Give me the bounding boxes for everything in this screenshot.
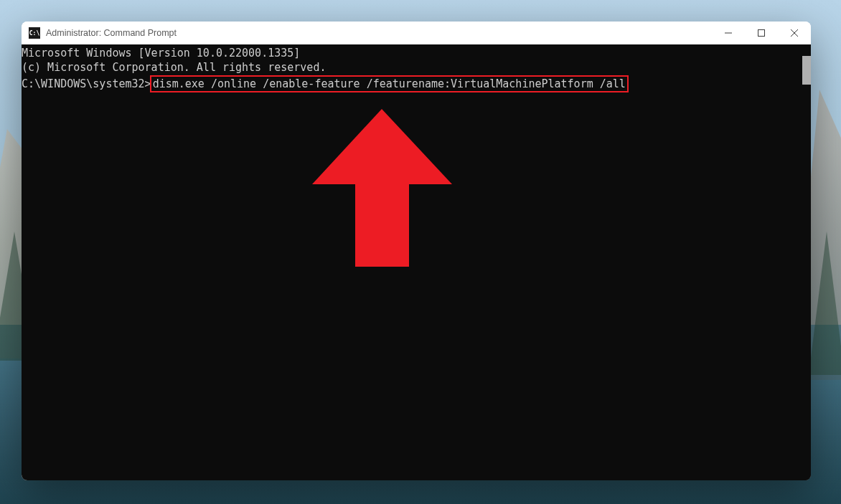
maximize-button[interactable]: [745, 22, 778, 44]
cmd-window: C:\ Administrator: Command Prompt Micros…: [22, 22, 811, 480]
terminal-line-version: Microsoft Windows [Version 10.0.22000.13…: [22, 46, 802, 60]
terminal-content: Microsoft Windows [Version 10.0.22000.13…: [22, 44, 802, 480]
close-icon: [791, 29, 798, 37]
terminal-prompt: C:\WINDOWS\system32>: [22, 77, 151, 90]
maximize-icon: [758, 29, 765, 37]
terminal-area[interactable]: Microsoft Windows [Version 10.0.22000.13…: [22, 44, 811, 480]
minimize-button[interactable]: [712, 22, 745, 44]
close-button[interactable]: [778, 22, 811, 44]
scrollbar-track[interactable]: [802, 44, 811, 480]
scrollbar-thumb[interactable]: [802, 56, 811, 85]
terminal-line-copyright: (c) Microsoft Corporation. All rights re…: [22, 60, 802, 75]
svg-marker-4: [312, 109, 452, 267]
minimize-icon: [725, 29, 732, 37]
cmd-icon: C:\: [29, 27, 40, 39]
cmd-icon-label: C:\: [29, 30, 39, 37]
highlighted-command: dism.exe /online /enable-feature /featur…: [150, 75, 629, 92]
titlebar[interactable]: C:\ Administrator: Command Prompt: [22, 22, 811, 44]
window-controls: [712, 22, 811, 44]
terminal-line-command: C:\WINDOWS\system32>dism.exe /online /en…: [22, 75, 802, 92]
window-title: Administrator: Command Prompt: [46, 28, 712, 38]
arrow-up-annotation-icon: [312, 109, 452, 267]
svg-rect-1: [758, 30, 765, 37]
